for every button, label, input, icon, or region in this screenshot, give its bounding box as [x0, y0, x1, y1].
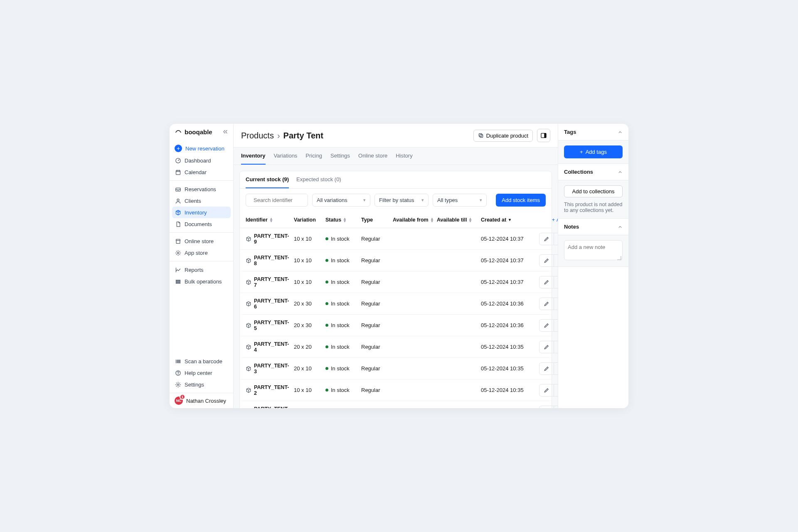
barcode-row-button[interactable]: [554, 384, 558, 397]
status-dot-icon: [325, 259, 328, 262]
document-icon: [175, 221, 181, 227]
new-reservation-button[interactable]: + New reservation: [170, 142, 233, 155]
add-stock-items-button[interactable]: Add stock items: [496, 194, 546, 207]
sidebar-item-help-center[interactable]: Help center: [170, 367, 233, 379]
sidebar-item-inventory[interactable]: Inventory: [172, 207, 231, 218]
tab-variations[interactable]: Variations: [274, 148, 298, 165]
note-input[interactable]: [564, 240, 623, 260]
barcode-row-button[interactable]: [554, 298, 558, 310]
cell-created-at: 05-12-2024 10:35: [481, 365, 527, 372]
package-icon: [175, 209, 181, 216]
edit-row-button[interactable]: [539, 406, 554, 408]
tab-settings[interactable]: Settings: [330, 148, 350, 165]
cell-type: Regular: [361, 279, 390, 285]
sidebar-item-reservations[interactable]: Reservations: [170, 183, 233, 195]
toggle-sidepanel-button[interactable]: [537, 129, 550, 142]
edit-row-button[interactable]: [539, 341, 554, 353]
barcode-row-button[interactable]: [554, 233, 558, 245]
col-status[interactable]: Status ▴▾: [325, 217, 359, 223]
gauge-icon: [175, 157, 181, 164]
sidebar-item-scan-a-barcode[interactable]: Scan a barcode: [170, 355, 233, 367]
cell-variation: 20 x 30: [294, 300, 323, 307]
notes-panel-header[interactable]: Notes: [558, 219, 628, 235]
cell-created-at: 05-12-2024 10:35: [481, 387, 527, 393]
barcode-row-button[interactable]: [554, 319, 558, 332]
collapse-sidebar-icon[interactable]: [222, 129, 228, 135]
tab-inventory[interactable]: Inventory: [241, 148, 266, 165]
col-available-from[interactable]: Available from ▴▾: [393, 217, 434, 223]
cell-type: Regular: [361, 344, 390, 350]
edit-row-button[interactable]: [539, 254, 554, 267]
filter-types-select[interactable]: All types ▾: [433, 194, 487, 207]
cell-identifier[interactable]: PARTY_TENT-6: [246, 298, 291, 310]
col-created-at[interactable]: Created at ▾: [481, 217, 527, 223]
svg-rect-5: [176, 280, 180, 281]
cell-identifier[interactable]: PARTY_TENT-8: [246, 255, 291, 266]
sidebar-item-reports[interactable]: Reports: [170, 264, 233, 276]
filter-status-select[interactable]: Filter by status ▾: [374, 194, 429, 207]
cell-identifier[interactable]: PARTY_TENT-5: [246, 320, 291, 331]
sidebar-item-online-store[interactable]: Online store: [170, 235, 233, 247]
duplicate-product-button[interactable]: Duplicate product: [473, 130, 533, 142]
edit-row-button[interactable]: [539, 384, 554, 397]
sort-icon: ▴▾: [431, 217, 433, 222]
edit-row-button[interactable]: [539, 276, 554, 288]
add-to-collections-button[interactable]: Add to collections: [564, 185, 623, 197]
add-tags-button[interactable]: + Add tags: [564, 145, 623, 158]
filter-types-label: All types: [437, 197, 458, 203]
cell-created-at: 05-12-2024 10:37: [481, 236, 527, 242]
sort-icon: ▾: [509, 219, 511, 221]
cell-identifier[interactable]: PARTY_TENT-9: [246, 233, 291, 245]
sidebar-item-documents[interactable]: Documents: [170, 218, 233, 230]
barcode-row-button[interactable]: [554, 341, 558, 353]
cell-identifier[interactable]: PARTY_TENT-7: [246, 276, 291, 288]
search-identifier-wrap[interactable]: [246, 194, 308, 207]
sidebar-item-app-store[interactable]: App store: [170, 247, 233, 259]
duplicate-label: Duplicate product: [486, 133, 528, 139]
filter-variations-select[interactable]: All variations ▾: [312, 194, 370, 207]
cell-identifier[interactable]: PARTY_TENT-1: [246, 406, 291, 408]
barcode-row-button[interactable]: [554, 362, 558, 375]
sidebar-item-settings[interactable]: Settings: [170, 379, 233, 390]
cell-identifier[interactable]: PARTY_TENT-2: [246, 384, 291, 396]
sort-icon: ▴▾: [344, 217, 346, 222]
col-identifier[interactable]: Identifier ▴▾: [246, 217, 291, 223]
sidebar-item-label: Bulk operations: [185, 278, 222, 285]
col-type[interactable]: Type: [361, 217, 390, 223]
cell-variation: 20 x 10: [294, 365, 323, 372]
user-menu[interactable]: NC 1 Nathan Crossley: [170, 393, 233, 408]
tab-online-store[interactable]: Online store: [358, 148, 387, 165]
collections-panel-header[interactable]: Collections: [558, 164, 628, 180]
tags-panel-header[interactable]: Tags: [558, 124, 628, 140]
sidebar-item-label: Calendar: [185, 169, 207, 175]
edit-row-button[interactable]: [539, 233, 554, 245]
edit-row-button[interactable]: [539, 362, 554, 375]
sidebar-item-label: Inventory: [185, 209, 207, 216]
table-row: PARTY_TENT-4 20 x 20 In stock Regular 05…: [240, 336, 552, 358]
tab-pricing[interactable]: Pricing: [305, 148, 322, 165]
edit-row-button[interactable]: [539, 298, 554, 310]
sidebar-item-clients[interactable]: Clients: [170, 195, 233, 207]
tab-history[interactable]: History: [396, 148, 412, 165]
sidebar-item-calendar[interactable]: Calendar: [170, 166, 233, 178]
calendar-icon: [175, 169, 181, 175]
edit-row-button[interactable]: [539, 319, 554, 332]
barcode-row-button[interactable]: [554, 276, 558, 288]
breadcrumb-root[interactable]: Products: [241, 131, 274, 140]
copy-icon: [478, 133, 484, 138]
col-variation[interactable]: Variation: [294, 217, 323, 223]
cell-status: In stock: [325, 257, 359, 264]
add-column-button[interactable]: + Add column: [552, 217, 558, 223]
cell-variation: 10 x 10: [294, 236, 323, 242]
barcode-row-button[interactable]: [554, 254, 558, 267]
barcode-row-button[interactable]: [554, 406, 558, 408]
brand-logo[interactable]: booqable: [175, 128, 212, 135]
col-available-till[interactable]: Available till ▴▾: [437, 217, 478, 223]
sidebar-item-dashboard[interactable]: Dashboard: [170, 155, 233, 166]
cell-identifier[interactable]: PARTY_TENT-3: [246, 363, 291, 374]
table-row: PARTY_TENT-1 10 x 10 In stock Regular 05…: [240, 401, 552, 408]
sidebar-item-bulk-operations[interactable]: Bulk operations: [170, 276, 233, 287]
tab-current-stock[interactable]: Current stock (9): [246, 171, 289, 188]
tab-expected-stock[interactable]: Expected stock (0): [296, 171, 341, 188]
cell-identifier[interactable]: PARTY_TENT-4: [246, 341, 291, 353]
